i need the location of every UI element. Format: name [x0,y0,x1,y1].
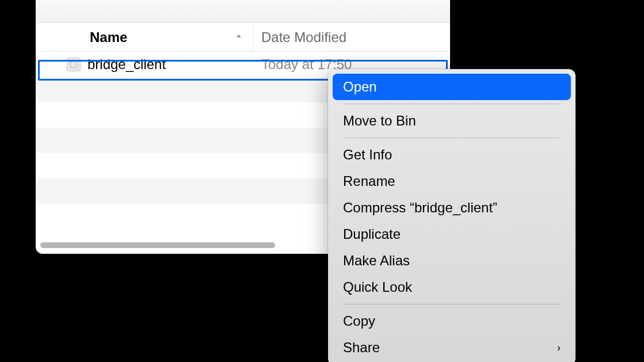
column-header-row: Name Date Modified [36,23,450,52]
menu-label: Open [343,79,377,95]
column-name-label: Name [90,29,127,45]
menu-item-compress[interactable]: Compress “bridge_client” [333,195,571,221]
window-toolbar [36,0,450,23]
menu-label: Rename [343,173,395,189]
menu-item-get-info[interactable]: Get Info [333,142,571,168]
chevron-right-icon: › [557,342,561,354]
menu-label: Move to Bin [343,113,416,129]
column-header-date[interactable]: Date Modified [253,29,346,45]
menu-item-rename[interactable]: Rename [333,168,571,195]
menu-label: Compress “bridge_client” [343,200,497,216]
menu-label: Quick Look [343,279,412,295]
menu-item-make-alias[interactable]: Make Alias [333,247,571,274]
menu-separator [343,138,561,138]
context-menu: Open Move to Bin Get Info Rename Compres… [328,69,576,362]
scrollbar-thumb[interactable] [40,242,275,248]
menu-label: Make Alias [343,253,410,269]
sort-ascending-icon [234,32,243,43]
menu-label: Duplicate [343,226,401,242]
menu-separator [343,104,561,104]
executable-file-icon [67,58,81,71]
menu-item-quick-look[interactable]: Quick Look [333,274,571,300]
menu-item-open[interactable]: Open [333,74,571,100]
column-header-name[interactable]: Name [36,23,253,51]
file-name: bridge_client [87,56,253,73]
menu-item-share[interactable]: Share › [333,334,571,361]
menu-item-move-to-bin[interactable]: Move to Bin [333,108,571,134]
menu-label: Get Info [343,147,392,163]
menu-label: Copy [343,313,375,329]
menu-item-copy[interactable]: Copy [333,308,571,334]
menu-separator [343,304,561,304]
menu-label: Share [343,340,380,356]
menu-item-duplicate[interactable]: Duplicate [333,221,571,247]
